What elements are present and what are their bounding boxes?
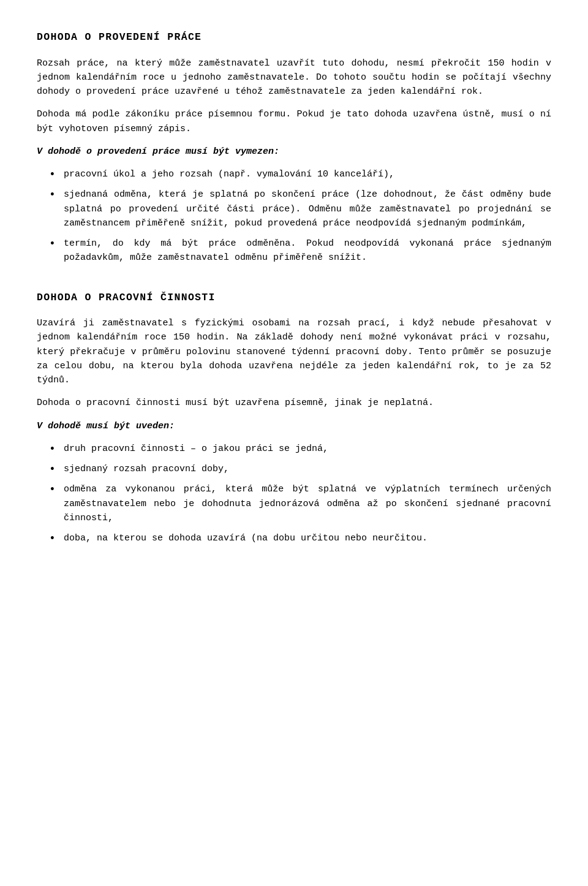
list-item: sjednaná odměna, která je splatná po sko…	[49, 187, 551, 230]
section2-title: DOHODA O PRACOVNÍ ČINNOSTI	[37, 290, 551, 306]
list-item: doba, na kterou se dohoda uzavírá (na do…	[49, 531, 551, 545]
list-item: odměna za vykonanou práci, která může bý…	[49, 482, 551, 525]
section1-para2: Dohoda má podle zákoníku práce písemnou …	[37, 107, 551, 136]
section2-para2: Dohoda o pracovní činnosti musí být uzav…	[37, 396, 551, 410]
section2-bullet-list: druh pracovní činnosti – o jakou práci s…	[49, 442, 551, 546]
section1-subsection-title: V dohodě o provedení práce musí být vyme…	[37, 145, 551, 159]
list-item: druh pracovní činnosti – o jakou práci s…	[49, 442, 551, 456]
section1-para1: Rozsah práce, na který může zaměstnavate…	[37, 56, 551, 99]
section1-bullet-list: pracovní úkol a jeho rozsah (např. vymal…	[49, 167, 551, 265]
section2-subsection-title: V dohodě musí být uveden:	[37, 419, 551, 433]
list-item: pracovní úkol a jeho rozsah (např. vymal…	[49, 167, 551, 181]
section1-title: DOHODA O PROVEDENÍ PRÁCE	[37, 29, 551, 45]
section2-para1: Uzavírá ji zaměstnavatel s fyzickými oso…	[37, 316, 551, 387]
list-item: termín, do kdy má být práce odměněna. Po…	[49, 237, 551, 265]
list-item: sjednaný rozsah pracovní doby,	[49, 462, 551, 476]
